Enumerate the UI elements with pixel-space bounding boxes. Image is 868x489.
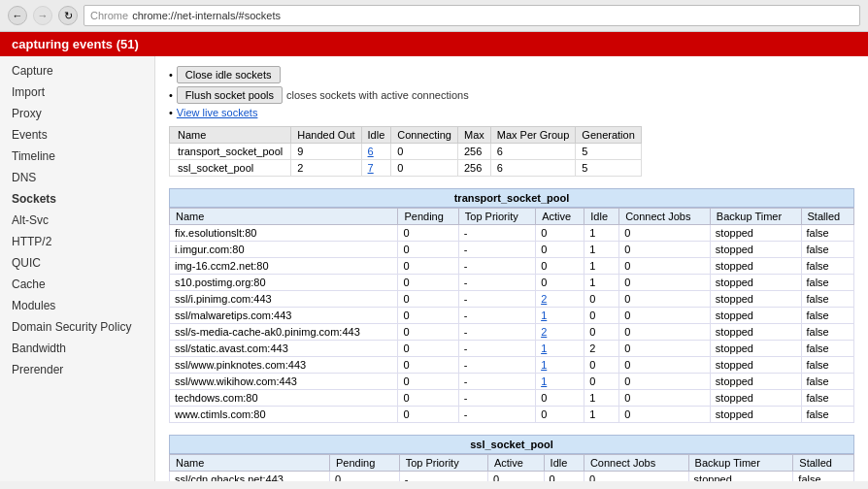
button-row-2: • Flush socket pools closes sockets with… — [169, 86, 854, 104]
col-connecting: Connecting — [391, 127, 458, 144]
top-bar: capturing events (51) — [0, 32, 868, 56]
table-row: ssl/www.wikihow.com:4430-100stoppedfalse — [170, 374, 854, 390]
gen-transport: 5 — [576, 144, 641, 160]
handed-out-ssl: 2 — [291, 160, 361, 177]
sidebar-item-domain-security[interactable]: Domain Security Policy — [0, 316, 154, 338]
summary-table-section: Name Handed Out Idle Connecting Max Max … — [169, 126, 854, 177]
pool-name-transport: transport_socket_pool — [170, 144, 291, 160]
table-row: ssl/static.avast.com:4430-120stoppedfals… — [170, 341, 854, 357]
view-live-link[interactable]: View live sockets — [177, 107, 258, 118]
th-name: Name — [170, 455, 330, 472]
table-row: ssl/www.pinknotes.com:4430-100stoppedfal… — [170, 357, 854, 374]
th-stalled: Stalled — [793, 455, 854, 472]
sidebar-item-sockets[interactable]: Sockets — [0, 188, 154, 210]
col-max: Max — [457, 127, 490, 144]
address-bar-container: Chrome chrome://net-internals/#sockets — [83, 5, 860, 26]
max-transport: 256 — [457, 144, 490, 160]
main-layout: Capture Import Proxy Events Timeline DNS… — [0, 56, 868, 481]
th-pending: Pending — [398, 209, 458, 225]
th-idle: Idle — [584, 209, 619, 225]
table-row: s10.postimg.org:800-010stoppedfalse — [170, 275, 854, 291]
sidebar-item-modules[interactable]: Modules — [0, 295, 154, 316]
col-name: Name — [170, 127, 291, 144]
sidebar-item-dns[interactable]: DNS — [0, 167, 154, 188]
table-row: ssl/s-media-cache-ak0.pinimg.com:4430-20… — [170, 324, 854, 341]
nav-back[interactable]: ← — [8, 6, 27, 25]
th-stalled: Stalled — [801, 209, 854, 225]
link-row: • View live sockets — [169, 107, 854, 118]
th-top-priority: Top Priority — [458, 209, 535, 225]
table-row: img-16.ccm2.net:800-010stoppedfalse — [170, 258, 854, 275]
browser-chrome: ← → ↻ Chrome chrome://net-internals/#soc… — [0, 0, 868, 32]
th-active: Active — [536, 209, 584, 225]
table-row: fix.esolutionslt:800-010stoppedfalse — [170, 225, 854, 242]
col-max-per-group: Max Per Group — [490, 127, 576, 144]
sidebar-item-proxy[interactable]: Proxy — [0, 103, 154, 124]
sidebar-item-events[interactable]: Events — [0, 124, 154, 146]
table-row: ssl/malwaretips.com:4430-100stoppedfalse — [170, 308, 854, 324]
th-pending: Pending — [329, 455, 399, 472]
th-top-priority: Top Priority — [399, 455, 487, 472]
th-connect-jobs: Connect Jobs — [584, 455, 688, 472]
table-row: ssl/i.pinimg.com:4430-200stoppedfalse — [170, 291, 854, 308]
col-generation: Generation — [576, 127, 641, 144]
bullet-3: • — [169, 107, 173, 118]
close-idle-button[interactable]: Close idle sockets — [177, 66, 281, 83]
connecting-ssl: 0 — [391, 160, 458, 177]
col-handed-out: Handed Out — [291, 127, 361, 144]
th-active: Active — [487, 455, 544, 472]
connecting-transport: 0 — [391, 144, 458, 160]
table-row: techdows.com:800-010stoppedfalse — [170, 390, 854, 407]
sidebar: Capture Import Proxy Events Timeline DNS… — [0, 56, 155, 481]
th-idle: Idle — [544, 455, 584, 472]
transport-table-title: transport_socket_pool — [169, 188, 854, 208]
table-row: transport_socket_pool 9 6 0 256 6 5 — [170, 144, 642, 160]
th-name: Name — [170, 209, 398, 225]
idle-ssl[interactable]: 7 — [361, 160, 391, 177]
sidebar-item-quic[interactable]: QUIC — [0, 252, 154, 274]
button-row-1: • Close idle sockets — [169, 66, 854, 83]
ssl-table-section: ssl_socket_pool Name Pending Top Priorit… — [169, 435, 854, 481]
table-row: i.imgur.com:800-010stoppedfalse — [170, 242, 854, 258]
sidebar-item-alt-svc[interactable]: Alt-Svc — [0, 210, 154, 231]
sidebar-item-import[interactable]: Import — [0, 82, 154, 103]
idle-transport[interactable]: 6 — [361, 144, 391, 160]
flush-note: closes sockets with active connections — [286, 89, 469, 101]
sidebar-item-timeline[interactable]: Timeline — [0, 146, 154, 167]
nav-forward[interactable]: → — [33, 6, 52, 25]
sidebar-item-capture[interactable]: Capture — [0, 60, 154, 82]
maxpg-ssl: 6 — [490, 160, 576, 177]
transport-table-section: transport_socket_pool Name Pending Top P… — [169, 188, 854, 423]
table-row: www.ctimls.com:800-010stoppedfalse — [170, 407, 854, 423]
table-row: ssl_socket_pool 2 7 0 256 6 5 — [170, 160, 642, 177]
chrome-label: Chrome — [90, 10, 128, 21]
sidebar-item-prerender[interactable]: Prerender — [0, 359, 154, 380]
max-ssl: 256 — [457, 160, 490, 177]
pool-name-ssl: ssl_socket_pool — [170, 160, 291, 177]
gen-ssl: 5 — [576, 160, 641, 177]
th-connect-jobs: Connect Jobs — [619, 209, 711, 225]
ssl-table-title: ssl_socket_pool — [169, 435, 854, 454]
content-area: • Close idle sockets • Flush socket pool… — [155, 56, 868, 481]
sidebar-item-bandwidth[interactable]: Bandwidth — [0, 338, 154, 359]
sidebar-item-cache[interactable]: Cache — [0, 274, 154, 295]
table-row: ssl/cdn.ghacks.net:4430-000stoppedfalse — [170, 472, 854, 482]
address-text: chrome://net-internals/#sockets — [132, 10, 281, 21]
sidebar-item-http2[interactable]: HTTP/2 — [0, 231, 154, 252]
col-idle: Idle — [361, 127, 391, 144]
maxpg-transport: 6 — [490, 144, 576, 160]
bullet-1: • — [169, 69, 173, 81]
bullet-2: • — [169, 89, 173, 101]
nav-reload[interactable]: ↻ — [58, 6, 78, 25]
th-backup-timer: Backup Timer — [710, 209, 801, 225]
handed-out-transport: 9 — [291, 144, 361, 160]
flush-button[interactable]: Flush socket pools — [177, 86, 283, 104]
th-backup-timer: Backup Timer — [688, 455, 793, 472]
